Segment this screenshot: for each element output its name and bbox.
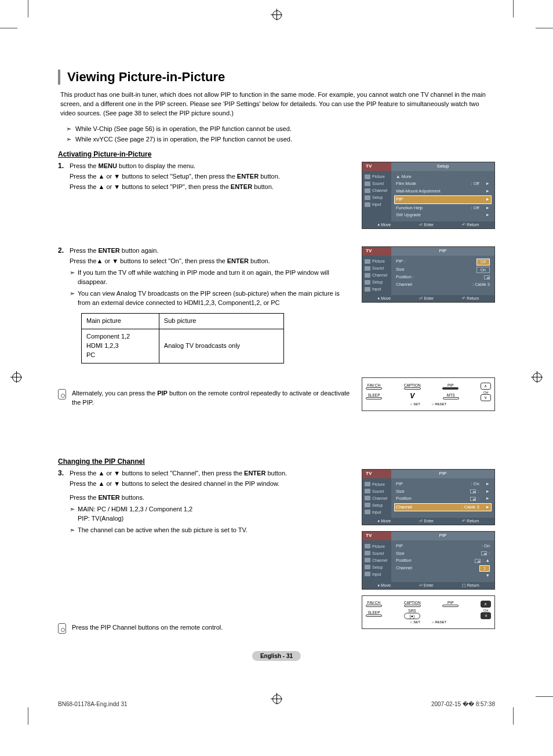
osd-foot-enter: ⏎ Enter: [419, 223, 434, 227]
step2-num: 2.: [58, 246, 70, 364]
logo-icon: V: [403, 392, 421, 400]
osd-foot-return: ↶ Return: [462, 223, 479, 227]
osd-pip-channel-adjust-panel: TV PIP Picture Sound Channel Setup Input…: [362, 531, 495, 590]
page-body: Viewing Picture-in-Picture This product …: [0, 0, 553, 725]
table-h2: Sub picture: [159, 314, 283, 329]
intro-text: This product has one built-in tuner, whi…: [58, 90, 495, 118]
osd-pip-channel-panel: TV PIP Picture Sound Channel Setup Input…: [362, 469, 495, 525]
table-h1: Main picture: [82, 314, 159, 329]
alt-note-row-1: Alternately, you can press the PIP butto…: [58, 377, 495, 417]
sound-icon: [365, 181, 370, 186]
doc-footer-left: BN68-01178A-Eng.indd 31: [58, 701, 128, 707]
setup-icon: [365, 195, 370, 200]
osd-pip-panel-off: TV PIP Picture Sound Channel Setup Input…: [362, 246, 495, 303]
alt-note-text: Alternately, you can press the PIP butto…: [72, 389, 350, 407]
section-b-heading: Changing the PIP Channel: [58, 457, 495, 466]
input-icon: [365, 202, 370, 207]
osd-foot-move: ♦ Move: [378, 223, 391, 227]
alt-note-2-text: Press the PIP Channel buttons on the rem…: [72, 623, 223, 634]
step2-note1: If you turn the TV off while watching in…: [70, 268, 350, 287]
osd-main: ▲ MoreFilm Mode: Off►Wall-Mount Adjustme…: [391, 171, 494, 221]
step3-body: Press the ▲ or ▼ buttons to select "Chan…: [70, 469, 350, 535]
picture-icon: [365, 175, 370, 179]
picture-table: Main picture Sub picture Component 1,2 H…: [81, 313, 284, 364]
step2-note2: You can view Analog TV broadcasts on the…: [70, 289, 350, 308]
ch-down-button: ∨: [481, 394, 491, 401]
osd-sidebar: Picture Sound Channel Setup Input: [362, 171, 391, 221]
step3-note1: MAIN: PC / HDMI 1,2,3 / Component 1,2 PI…: [70, 505, 350, 524]
doc-footer-right: 2007-02-15 �� 8:57:38: [431, 701, 495, 707]
step2-row: 2. Press the ENTER button again. Press t…: [58, 246, 495, 366]
ch-up-button: ∧: [481, 383, 491, 390]
channel-icon: [365, 188, 370, 193]
remote-diagram-1: FAV.CH CAPTION PIP ∧ SLEEP: [362, 377, 495, 411]
osd-tv-label: TV: [362, 162, 391, 171]
step3-num: 3.: [58, 469, 70, 535]
step1-row: 1. Press the MENU button to display the …: [58, 162, 495, 235]
osd-setup-panel: TV Setup Picture Sound Channel Setup Inp…: [362, 162, 495, 229]
remote-icon: [58, 389, 66, 399]
global-note-1: While V-Chip (See page 56) is in operati…: [58, 124, 495, 134]
alt-note-row-2: Press the PIP Channel buttons on the rem…: [58, 612, 495, 634]
remote-icon: [58, 623, 66, 634]
table-c2: Analog TV broadcasts only: [159, 329, 283, 364]
page-title: Viewing Picture-in-Picture: [58, 70, 495, 85]
table-c1: Component 1,2 HDMI 1,2,3 PC: [82, 329, 159, 364]
step1-body: Press the MENU button to display the men…: [70, 162, 350, 193]
step2-body: Press the ENTER button again. Press the▲…: [70, 246, 350, 364]
step3-row: 3. Press the ▲ or ▼ buttons to select "C…: [58, 469, 495, 635]
step3-note2: The channel can be active when the sub p…: [70, 526, 350, 535]
ch-up-button-hl: ∧: [481, 601, 491, 608]
doc-footer: BN68-01178A-Eng.indd 31 2007-02-15 �� 8:…: [58, 701, 495, 707]
step1-num: 1.: [58, 162, 70, 193]
global-note-2: While xvYCC (See page 27) is in operatio…: [58, 135, 495, 144]
section-a-heading: Activating Picture-in-Picture: [58, 150, 495, 158]
page-number-pill: English - 31: [252, 651, 301, 661]
osd-title: Setup: [391, 162, 494, 171]
